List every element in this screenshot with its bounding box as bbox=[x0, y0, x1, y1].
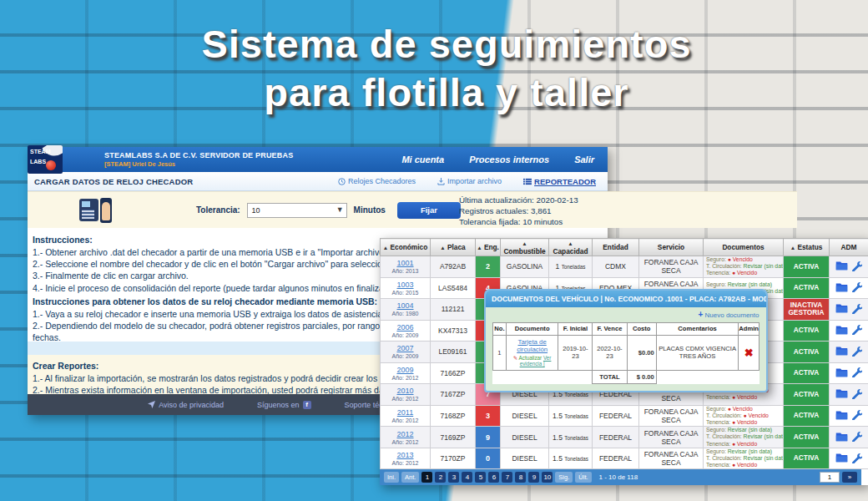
wrench-icon[interactable] bbox=[851, 303, 862, 314]
page-first-button[interactable]: Ini. bbox=[384, 472, 399, 483]
table-header-row: ▲ Económico▲ Placa▲ Eng.▲ Combustible▲ C… bbox=[381, 239, 868, 256]
column-header[interactable]: Entidad bbox=[593, 239, 639, 256]
documentos-cell: Seguro: Revisar (sin data)T. Circulación… bbox=[704, 427, 784, 448]
economico-link[interactable]: 2012 bbox=[396, 430, 413, 438]
wrench-icon[interactable] bbox=[851, 261, 862, 271]
page-number-button[interactable]: 9 bbox=[528, 472, 539, 483]
follow-link[interactable]: Síguenos en f bbox=[257, 401, 311, 409]
capacidad-value: 1.5 Toneladas bbox=[549, 427, 593, 448]
toolbar-link[interactable]: Importar archivo bbox=[437, 177, 502, 185]
entidad-value: FEDERAL bbox=[593, 427, 639, 448]
wrench-icon[interactable] bbox=[851, 324, 862, 335]
page-number-button[interactable]: 8 bbox=[515, 472, 526, 483]
folder-icon[interactable] bbox=[835, 282, 848, 292]
total-row: TOTAL $ 0.00 bbox=[493, 370, 760, 383]
update-link[interactable]: Actualizar bbox=[519, 355, 542, 361]
eng-badge: 0 bbox=[476, 448, 500, 469]
capacidad-value: 1 Toneladas bbox=[549, 256, 593, 278]
company-block: STEAMLABS S.A DE C.V. SERVIDOR DE PRUEBA… bbox=[104, 151, 293, 168]
page-number-button[interactable]: 2 bbox=[435, 472, 446, 483]
menu-item[interactable]: Salir bbox=[574, 154, 594, 164]
goto-page-input[interactable] bbox=[820, 472, 840, 483]
logo-text-steam: STEAM bbox=[28, 145, 63, 155]
folder-icon[interactable] bbox=[835, 432, 848, 442]
economico-link[interactable]: 2007 bbox=[396, 344, 413, 352]
tolerance-select[interactable]: 10 ▼ bbox=[247, 203, 347, 218]
page-last-button[interactable]: Últ. bbox=[575, 472, 591, 483]
column-header[interactable]: ▲ Eng. bbox=[476, 239, 501, 256]
wrench-icon[interactable] bbox=[851, 367, 862, 377]
economico-link[interactable]: 2011 bbox=[397, 408, 413, 417]
wrench-icon[interactable] bbox=[851, 281, 862, 292]
placa-value: KX47313 bbox=[431, 320, 476, 342]
folder-icon[interactable] bbox=[835, 325, 848, 335]
economico-link[interactable]: 2009 bbox=[396, 366, 413, 374]
folder-icon[interactable] bbox=[835, 367, 848, 377]
column-header[interactable]: ▲ Económico bbox=[381, 239, 431, 256]
column-header[interactable]: ▲ Estatus bbox=[784, 239, 830, 256]
wrench-icon[interactable] bbox=[851, 431, 862, 442]
combustible-value: DIESEL bbox=[501, 405, 549, 427]
new-document-link[interactable]: + Nuevo documento bbox=[698, 311, 760, 320]
delete-document-icon[interactable]: ✖ bbox=[744, 347, 754, 359]
page-number-button[interactable]: 6 bbox=[488, 472, 499, 483]
fijar-button[interactable]: Fijar bbox=[397, 202, 461, 219]
modal-column-header: F. Inicial bbox=[558, 322, 593, 335]
folder-icon[interactable] bbox=[835, 261, 848, 271]
wrench-icon[interactable] bbox=[851, 453, 862, 463]
economico-link[interactable]: 1001 bbox=[396, 259, 413, 267]
page-next-button[interactable]: Sig. bbox=[555, 472, 573, 483]
folder-icon[interactable] bbox=[835, 346, 848, 356]
document-link[interactable]: Tarjeta de circulación bbox=[517, 338, 548, 353]
page-number-button[interactable]: 4 bbox=[462, 472, 472, 483]
logo-text-labs: LABS bbox=[28, 155, 63, 165]
wrench-icon[interactable] bbox=[851, 346, 862, 357]
vehicle-year: Año: 2012 bbox=[381, 418, 429, 423]
privacy-link[interactable]: Aviso de privacidad bbox=[148, 401, 224, 409]
economico-link[interactable]: 1003 bbox=[396, 281, 413, 289]
folder-icon[interactable] bbox=[835, 388, 848, 398]
column-header[interactable]: ▲ Placa bbox=[431, 239, 476, 256]
toolbar-link[interactable]: REPORTEADOR bbox=[523, 177, 596, 186]
economico-link[interactable]: 1004 bbox=[396, 301, 413, 310]
adm-cell bbox=[830, 256, 868, 278]
column-header[interactable]: ▲ Capacidad bbox=[549, 239, 593, 256]
company-name: STEAMLABS S.A DE C.V. SERVIDOR DE PRUEBA… bbox=[104, 151, 293, 159]
status-badge: INACTIVA GESTORIA bbox=[784, 299, 829, 320]
column-header[interactable]: Documentos bbox=[704, 239, 784, 256]
page-number-button[interactable]: 5 bbox=[475, 472, 486, 483]
entidad-value: FEDERAL bbox=[593, 448, 639, 469]
page-prev-button[interactable]: Ant. bbox=[401, 472, 419, 483]
menu-item[interactable]: Procesos internos bbox=[469, 154, 549, 164]
toolbar-link[interactable]: Relojes Checadores bbox=[338, 177, 416, 185]
economico-link[interactable]: 2010 bbox=[396, 387, 413, 395]
economico-link[interactable]: 2006 bbox=[396, 323, 413, 331]
wrench-icon[interactable] bbox=[851, 409, 862, 420]
folder-icon[interactable] bbox=[835, 410, 848, 420]
placa-value: 7168ZP bbox=[431, 405, 476, 427]
document-status-line: T. Circulación: Revisar (sin data) bbox=[706, 263, 782, 270]
column-header[interactable]: Servicio bbox=[639, 239, 704, 256]
folder-icon[interactable] bbox=[835, 303, 848, 313]
steamlabs-logo: STEAM LABS bbox=[28, 145, 63, 174]
tolerance-bar: Tolerancia: 10 ▼ Minutos Fijar Última ac… bbox=[28, 191, 797, 228]
page-number-button[interactable]: 1 bbox=[421, 472, 432, 483]
column-header[interactable]: ▲ Combustible bbox=[501, 239, 549, 256]
page-number-button[interactable]: 7 bbox=[502, 472, 512, 483]
vehicle-year: Año: 2009 bbox=[381, 332, 429, 338]
page-number-button[interactable]: 10 bbox=[542, 472, 553, 483]
document-status-line: Tenencia: ● Vencido bbox=[706, 441, 782, 448]
folder-icon[interactable] bbox=[835, 453, 848, 463]
placa-value: LE09161 bbox=[431, 342, 476, 363]
column-header[interactable]: ADM bbox=[830, 239, 868, 256]
menu-item[interactable]: Mi cuenta bbox=[401, 154, 444, 164]
wrench-icon[interactable] bbox=[851, 388, 862, 399]
page-number-button[interactable]: 3 bbox=[448, 472, 459, 483]
document-status-line: Seguro: Revisar (sin data) bbox=[706, 281, 782, 288]
economico-link[interactable]: 2013 bbox=[396, 451, 413, 459]
toolbar-link-label: Relojes Checadores bbox=[348, 177, 416, 185]
status-badge: ACTIVA bbox=[784, 278, 829, 299]
logo-red-sphere-icon bbox=[46, 160, 56, 170]
goto-page-button[interactable]: » bbox=[842, 472, 857, 483]
sort-icon: ▲ bbox=[568, 240, 573, 246]
